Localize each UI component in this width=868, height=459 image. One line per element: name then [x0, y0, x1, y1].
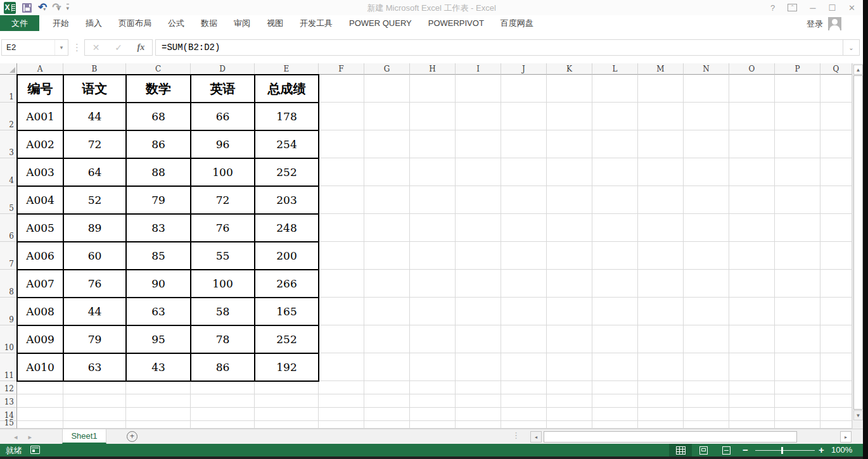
name-box-value[interactable]: E2 [2, 43, 54, 53]
ribbon-tab-视图[interactable]: 视图 [258, 15, 291, 31]
ribbon-tab-开始[interactable]: 开始 [44, 15, 77, 31]
table-cell[interactable]: 52 [63, 186, 126, 214]
table-header-cell[interactable]: 总成绩 [255, 75, 319, 103]
table-cell[interactable]: 96 [191, 130, 255, 158]
row-header-7[interactable]: 7 [0, 242, 17, 270]
column-header-B[interactable]: B [63, 63, 126, 75]
user-avatar-icon[interactable] [828, 17, 841, 30]
save-icon[interactable] [22, 3, 32, 13]
scroll-left-icon[interactable]: ◂ [530, 431, 542, 443]
column-header-F[interactable]: F [319, 63, 364, 75]
table-cell[interactable]: 58 [191, 298, 255, 325]
zoom-level[interactable]: 100% [831, 445, 852, 455]
formula-input[interactable]: =SUM(B2:D2) [155, 39, 860, 56]
row-header-4[interactable]: 4 [0, 158, 17, 186]
table-cell[interactable]: 78 [191, 325, 255, 353]
table-cell[interactable]: 72 [63, 130, 126, 158]
table-cell[interactable]: 192 [255, 353, 319, 381]
table-cell[interactable]: 90 [126, 270, 191, 298]
table-cell[interactable]: 88 [126, 158, 191, 186]
table-header-cell[interactable]: 数学 [126, 75, 191, 103]
ribbon-tab-插入[interactable]: 插入 [77, 15, 110, 31]
ribbon-tab-POWERPIVOT[interactable]: POWERPIVOT [420, 15, 492, 31]
table-cell[interactable]: 100 [191, 270, 255, 298]
table-cell[interactable]: 165 [255, 298, 319, 325]
table-cell[interactable]: 76 [63, 270, 126, 298]
table-cell[interactable]: 83 [126, 214, 191, 242]
table-cell[interactable]: 66 [191, 103, 255, 130]
table-header-cell[interactable]: 编号 [17, 75, 63, 103]
ribbon-display-options-icon[interactable]: ⌃ [788, 4, 797, 11]
table-cell[interactable]: 178 [255, 103, 319, 130]
column-header-N[interactable]: N [684, 63, 729, 75]
zoom-in-icon[interactable]: + [819, 444, 824, 455]
ribbon-tab-公式[interactable]: 公式 [160, 15, 193, 31]
row-header-13[interactable]: 13 [0, 394, 17, 408]
table-cell[interactable]: 266 [255, 270, 319, 298]
table-cell[interactable]: A008 [17, 298, 63, 325]
table-cell[interactable]: 86 [191, 353, 255, 381]
table-cell[interactable]: 200 [255, 242, 319, 270]
sheet-tab-sheet1[interactable]: Sheet1 [62, 429, 106, 444]
column-header-P[interactable]: P [775, 63, 820, 75]
scroll-right-icon[interactable]: ▸ [840, 431, 852, 443]
column-header-I[interactable]: I [456, 63, 501, 75]
normal-view-button[interactable] [669, 444, 692, 456]
row-header-9[interactable]: 9 [0, 298, 17, 325]
ribbon-tab-数据[interactable]: 数据 [193, 15, 226, 31]
table-cell[interactable]: 63 [126, 298, 191, 325]
table-cell[interactable]: 55 [191, 242, 255, 270]
column-header-O[interactable]: O [729, 63, 775, 75]
zoom-out-icon[interactable]: − [743, 444, 748, 455]
table-cell[interactable]: A001 [17, 103, 63, 130]
row-header-5[interactable]: 5 [0, 186, 17, 214]
excel-logo-icon[interactable]: X [4, 2, 16, 14]
table-cell[interactable]: 89 [63, 214, 126, 242]
ribbon-tab-百度网盘[interactable]: 百度网盘 [492, 15, 542, 31]
ribbon-tab-文件[interactable]: 文件 [0, 15, 39, 31]
table-header-cell[interactable]: 语文 [63, 75, 126, 103]
row-header-10[interactable]: 10 [0, 325, 17, 353]
formula-bar-expand-icon[interactable]: ⌄ [843, 39, 860, 56]
column-header-K[interactable]: K [547, 63, 592, 75]
row-header-3[interactable]: 3 [0, 130, 17, 158]
formula-bar-grip-icon[interactable]: ⋮ [72, 39, 82, 56]
confirm-entry-icon[interactable]: ✓ [115, 42, 122, 53]
table-cell[interactable]: 63 [63, 353, 126, 381]
table-cell[interactable]: 43 [126, 353, 191, 381]
table-cell[interactable]: A003 [17, 158, 63, 186]
name-box-dropdown-icon[interactable]: ▾ [54, 40, 68, 55]
redo-dropdown-icon[interactable]: ▾ [58, 6, 60, 12]
horizontal-scrollbar-thumb[interactable] [544, 431, 797, 443]
row-header-6[interactable]: 6 [0, 214, 17, 242]
table-cell[interactable]: 60 [63, 242, 126, 270]
table-cell[interactable]: 44 [63, 103, 126, 130]
tab-scroll-splitter-icon[interactable]: ⋮ [512, 431, 520, 440]
select-all-corner[interactable] [0, 63, 17, 75]
page-break-view-button[interactable] [715, 444, 737, 456]
table-header-cell[interactable]: 英语 [191, 75, 255, 103]
column-header-E[interactable]: E [255, 63, 319, 75]
scroll-down-icon[interactable]: ▼ [853, 410, 863, 420]
table-cell[interactable]: 79 [126, 186, 191, 214]
table-cell[interactable]: 203 [255, 186, 319, 214]
ribbon-tab-POWER QUERY[interactable]: POWER QUERY [341, 15, 420, 31]
table-cell[interactable]: A010 [17, 353, 63, 381]
row-header-8[interactable]: 8 [0, 270, 17, 298]
column-header-D[interactable]: D [191, 63, 255, 75]
row-header-12[interactable]: 12 [0, 381, 17, 394]
sheet-nav-right-icon[interactable]: ▸ [29, 433, 32, 441]
column-header-M[interactable]: M [638, 63, 684, 75]
table-cell[interactable]: 79 [63, 325, 126, 353]
table-cell[interactable]: 64 [63, 158, 126, 186]
ribbon-tab-页面布局[interactable]: 页面布局 [110, 15, 160, 31]
scroll-up-icon[interactable]: ▲ [853, 65, 863, 75]
table-cell[interactable]: A005 [17, 214, 63, 242]
table-cell[interactable]: A002 [17, 130, 63, 158]
table-cell[interactable]: 252 [255, 158, 319, 186]
row-header-11[interactable]: 11 [0, 353, 17, 381]
vertical-scrollbar[interactable]: ▲ ▼ [852, 63, 863, 429]
table-cell[interactable]: 252 [255, 325, 319, 353]
table-cell[interactable]: 44 [63, 298, 126, 325]
table-cell[interactable]: A006 [17, 242, 63, 270]
